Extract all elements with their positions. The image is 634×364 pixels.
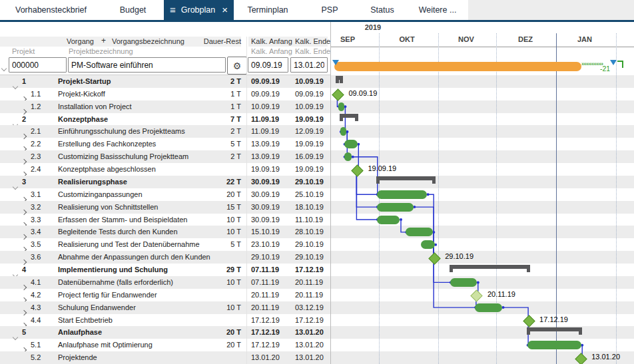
task-start-date: 29.10.19	[251, 251, 280, 264]
project-id-input[interactable]	[9, 57, 67, 73]
task-start-date: 30.09.19	[251, 176, 280, 188]
gantt-bar-4.1[interactable]	[450, 278, 477, 287]
add-task-icon[interactable]: +	[101, 36, 106, 46]
task-duration: 2 T	[193, 150, 241, 163]
milestone-date-label: 19.09.19	[368, 164, 396, 172]
task-start-date: 20.11.19	[251, 289, 279, 301]
task-row-1.1[interactable]: 1.1Projekt-Kickoff1 T09.09.1909.09.19	[0, 88, 634, 100]
project-summary-bar[interactable]	[334, 62, 581, 71]
task-row-4.3[interactable]: 4.3Schulung Endanwender10 T20.11.1903.12…	[0, 301, 634, 314]
task-number: 3.6	[31, 251, 41, 264]
task-duration: 1 T	[193, 88, 241, 100]
tab-psp[interactable]: PSP	[302, 0, 358, 20]
close-icon[interactable]: ×	[222, 0, 228, 20]
task-row-4[interactable]: 4Implementierung und Schulung29 T07.11.1…	[0, 264, 634, 276]
task-end-date: 16.09.19	[295, 150, 324, 163]
gantt-summary-bar-3[interactable]	[376, 176, 436, 180]
task-number: 2	[22, 113, 26, 126]
task-duration: 5 T	[193, 138, 241, 150]
task-row-3[interactable]: 3Realisierungsphase22 T30.09.1929.10.19	[0, 176, 634, 188]
task-row-2[interactable]: 2Konzeptphase7 T11.09.1919.09.19	[0, 113, 634, 126]
gantt-bar-1.2[interactable]	[338, 102, 344, 111]
task-end-date: 20.11.19	[295, 276, 323, 289]
task-start-date: 11.09.19	[251, 125, 279, 138]
task-row-2.1[interactable]: 2.1Einführungsschulung des Projektteams2…	[0, 125, 634, 138]
tab-weitere[interactable]: Weitere ...	[407, 0, 468, 20]
task-name: Erstellung des Fachkonzeptes	[58, 138, 156, 150]
task-number: 4.2	[31, 289, 41, 301]
gantt-bar-4.3[interactable]	[475, 303, 502, 312]
task-number: 3.4	[31, 226, 41, 238]
task-row-2.2[interactable]: 2.2Erstellung des Fachkonzeptes5 T13.09.…	[0, 138, 634, 150]
tab-budget[interactable]: Budget	[102, 0, 164, 20]
task-duration: 2 T	[193, 125, 241, 138]
col-header-dauer-rest: Dauer-Rest	[186, 37, 241, 47]
task-end-date: 25.10.19	[295, 188, 324, 201]
summary-right-hook	[579, 327, 582, 335]
summary-left-hook	[376, 176, 380, 184]
gantt-bar-3.1[interactable]	[377, 190, 427, 199]
tab-vorhabensteckbrief[interactable]: Vorhabensteckbrief	[0, 0, 102, 20]
task-duration: 5 T	[193, 238, 241, 251]
task-row-2.3[interactable]: 2.3Customizing Basisschulung Projektteam…	[0, 150, 634, 163]
task-duration: 1 T	[193, 100, 241, 113]
project-end-input[interactable]	[290, 57, 328, 73]
task-start-date: 17.12.19	[251, 339, 280, 351]
gantt-bar-3.5[interactable]	[421, 240, 434, 249]
task-number: 4.1	[31, 276, 41, 289]
task-row-3.4[interactable]: 3.4Begleitende Tests durch den Kunden10 …	[0, 226, 634, 238]
task-row-3.6[interactable]: 3.6Abnahme der Anpassungen durch den Kun…	[0, 251, 634, 264]
gantt-year-label: 2019	[360, 23, 386, 31]
project-start-marker[interactable]	[332, 60, 339, 65]
task-row-3.5[interactable]: 3.5Realisierung und Test der Datenüberna…	[0, 238, 634, 251]
task-end-date: 12.09.19	[295, 125, 324, 138]
task-end-date: 03.12.19	[295, 301, 324, 314]
gantt-bar-5.1[interactable]	[527, 341, 581, 349]
project-expand-chevron[interactable]	[2, 61, 6, 73]
task-start-date: 15.10.19	[251, 226, 280, 238]
task-duration: 10 T	[193, 226, 241, 238]
task-row-4.1[interactable]: 4.1Datenübernahme (falls erforderlich)10…	[0, 276, 634, 289]
gantt-header-border	[331, 47, 634, 47]
task-row-3.1[interactable]: 3.1Customizinganpassungen20 T30.09.1925.…	[0, 188, 634, 201]
tab-terminplan[interactable]: Terminplan	[234, 0, 302, 20]
project-end-marker[interactable]	[610, 60, 617, 65]
task-end-date: 29.10.19	[295, 238, 324, 251]
task-end-date: 10.09.19	[295, 75, 324, 88]
task-row-1.2[interactable]: 1.2Installation von Project1 T10.09.1910…	[0, 100, 634, 113]
task-start-date: 23.10.19	[251, 238, 280, 251]
task-row-5.2[interactable]: 5.2Projektende13.01.2013.01.20	[0, 351, 634, 364]
task-duration: 20 T	[193, 188, 241, 201]
gantt-bar-2.1[interactable]	[340, 127, 346, 136]
gantt-summary-bar-5[interactable]	[527, 327, 582, 331]
task-row-3.3[interactable]: 3.3Erfassen der Stamm- und Beispieldaten…	[0, 214, 634, 226]
gantt-bar-2.3[interactable]	[344, 152, 352, 161]
gantt-summary-bar-4[interactable]	[450, 265, 530, 269]
project-settings-button[interactable]: ⚙	[227, 57, 247, 75]
project-name-input[interactable]	[68, 57, 226, 73]
task-number: 4.4	[31, 314, 41, 327]
task-name: Konzeptphase abgeschlossen	[58, 163, 156, 176]
task-start-date: 13.09.19	[251, 150, 280, 163]
task-start-date: 09.09.19	[251, 75, 280, 88]
gantt-bar-2.2[interactable]	[344, 140, 358, 148]
gantt-bar-3.2[interactable]	[377, 203, 414, 212]
task-number: 4.3	[31, 301, 41, 314]
gantt-bar-3.3[interactable]	[377, 216, 400, 224]
summary-right-hook	[432, 176, 436, 184]
gantt-divider[interactable]	[330, 22, 331, 364]
task-name: Konzeptphase	[58, 113, 108, 126]
task-row-1[interactable]: 1Projekt-Startup2 T09.09.1910.09.19	[0, 75, 634, 88]
task-number: 5.1	[31, 339, 41, 351]
tab-status[interactable]: Status	[358, 0, 407, 20]
summary-left-hook	[340, 114, 343, 121]
task-row-4.2[interactable]: 4.2Project fertig für Endanwender20.11.1…	[0, 289, 634, 301]
task-row-3.2[interactable]: 3.2Realisierung von Schnittstellen15 T30…	[0, 201, 634, 214]
gantt-bar-3.4[interactable]	[406, 228, 433, 236]
tab-grobplan[interactable]: ≡Grobplan×	[164, 0, 234, 20]
milestone-date-label: 29.10.19	[445, 252, 474, 260]
project-start-input[interactable]	[248, 57, 288, 73]
task-duration: 10 T	[193, 276, 241, 289]
task-row-2.4[interactable]: 2.4Konzeptphase abgeschlossen19.09.1919.…	[0, 163, 634, 176]
task-duration: 20 T	[193, 326, 241, 339]
